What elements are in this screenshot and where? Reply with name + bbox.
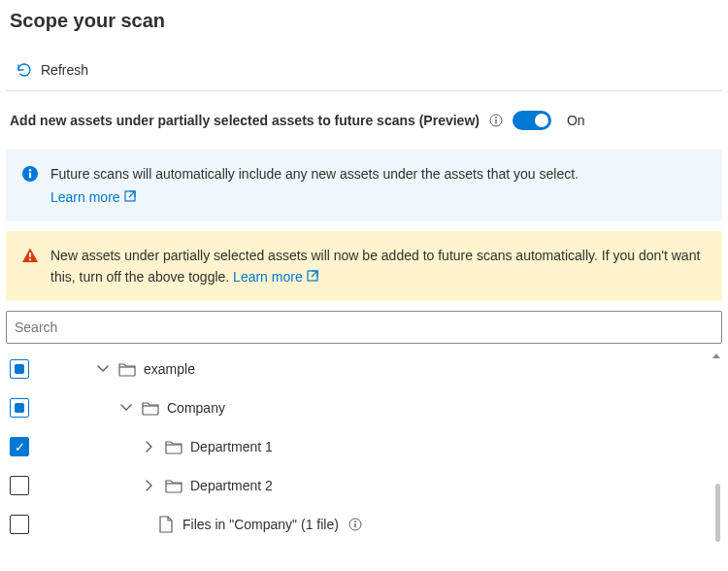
chevron-down-icon[interactable] <box>95 361 111 377</box>
tree-row-department-1[interactable]: ✓ Department 1 <box>6 427 716 466</box>
toolbar-separator <box>6 90 722 91</box>
toggle-label: Add new assets under partially selected … <box>10 113 480 128</box>
asset-tree: example Company ✓ Department 1 Departmen… <box>6 350 722 544</box>
info-callout: Future scans will automatically include … <box>6 150 722 221</box>
scrollbar-thumb[interactable] <box>715 484 720 542</box>
page-title: Scope your scan <box>10 10 722 32</box>
tree-row-files-in-company[interactable]: Files in "Company" (1 file) <box>6 505 716 544</box>
chevron-right-icon[interactable] <box>142 439 157 454</box>
external-link-icon <box>124 186 136 208</box>
tree-node-label: Department 1 <box>190 439 273 454</box>
tree-node-label: Department 2 <box>190 478 273 493</box>
checkbox-unchecked[interactable] <box>10 476 29 495</box>
tree-node-label: Company <box>167 400 225 416</box>
warning-icon <box>21 245 39 287</box>
folder-icon <box>165 438 182 455</box>
tree-row-department-2[interactable]: Department 2 <box>6 466 716 505</box>
refresh-button[interactable]: Refresh <box>16 61 88 79</box>
refresh-label: Refresh <box>41 62 88 78</box>
checkbox-partial[interactable] <box>10 398 29 418</box>
checkbox-checked[interactable]: ✓ <box>10 437 29 456</box>
warning-callout: New assets under partially selected asse… <box>6 231 722 301</box>
checkbox-partial[interactable] <box>10 359 29 379</box>
folder-icon <box>118 360 136 378</box>
info-learn-more-label: Learn more <box>50 186 120 208</box>
tree-node-label: Files in "Company" (1 file) <box>182 517 339 532</box>
chevron-right-icon[interactable] <box>142 478 157 493</box>
toggle-row: Add new assets under partially selected … <box>6 111 722 150</box>
refresh-icon <box>16 61 33 79</box>
tree-row-company[interactable]: Company <box>6 388 716 427</box>
toolbar: Refresh <box>6 55 722 90</box>
info-icon[interactable] <box>489 114 503 127</box>
folder-icon <box>142 399 159 417</box>
info-solid-icon <box>21 163 39 208</box>
toggle-switch[interactable] <box>513 111 551 130</box>
warning-learn-more-label: Learn more <box>233 266 303 287</box>
info-icon[interactable] <box>348 518 362 531</box>
info-callout-text: Future scans will automatically include … <box>50 166 579 182</box>
toggle-state-label: On <box>567 113 585 128</box>
warning-learn-more-link[interactable]: Learn more <box>233 266 318 287</box>
folder-icon <box>165 477 182 494</box>
chevron-down-icon[interactable] <box>118 400 134 416</box>
file-icon <box>157 516 175 533</box>
search-wrap <box>6 311 722 344</box>
tree-row-example[interactable]: example <box>6 350 716 388</box>
search-input[interactable] <box>6 311 722 344</box>
scroll-up-icon[interactable] <box>712 353 720 358</box>
tree-node-label: example <box>144 361 195 377</box>
info-learn-more-link[interactable]: Learn more <box>50 186 707 208</box>
checkbox-unchecked[interactable] <box>10 515 29 534</box>
warning-callout-text: New assets under partially selected asse… <box>50 248 700 285</box>
external-link-icon <box>307 266 318 287</box>
